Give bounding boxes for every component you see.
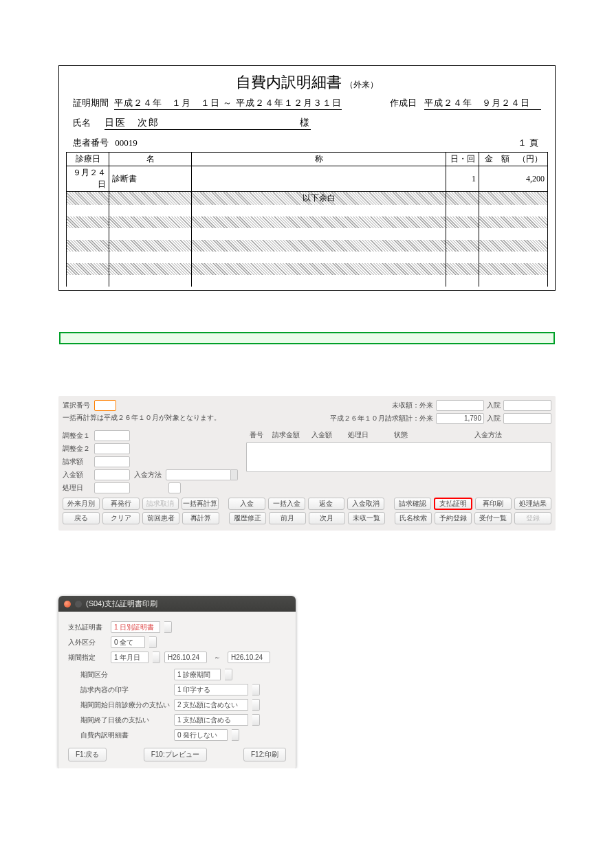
kikan-spinner[interactable] <box>225 669 232 680</box>
deposit-amount-label: 入金額 <box>63 470 90 480</box>
after-spinner[interactable] <box>252 714 260 726</box>
btn-prev-patient[interactable]: 前回患者 <box>142 512 179 524</box>
btn-cancel-deposit[interactable]: 入金取消 <box>347 498 384 510</box>
io-row: 入外区分 0 全て <box>68 636 286 648</box>
f12-print-button[interactable]: F12:印刷 <box>243 748 286 761</box>
btn-cancel-bill[interactable]: 請求取消 <box>142 498 179 510</box>
proc-date-label: 処理日 <box>63 483 90 493</box>
bill-amount-label: 請求額 <box>63 457 90 467</box>
btn-batch-deposit[interactable]: 一括入金 <box>268 498 305 510</box>
list-body[interactable] <box>246 442 551 472</box>
btn-prev-month[interactable]: 前月 <box>269 512 306 524</box>
btn-back[interactable]: 戻る <box>63 512 100 524</box>
period-row: 期間指定 1 年月日 H26.10.24 ～ H26.10.24 <box>68 652 286 663</box>
created-value: 平成２４年 ９月２４日 <box>424 97 541 110</box>
btn-name-search[interactable]: 氏名検索 <box>395 512 432 524</box>
print-combo[interactable]: 1 印字する <box>174 684 248 695</box>
list-header: 番号 請求金額 入金額 処理日 状態 入金方法 <box>246 430 551 440</box>
month-bill-inp-field[interactable] <box>503 413 551 424</box>
unpaid-outp-field[interactable] <box>436 400 484 411</box>
adj1-input[interactable] <box>94 430 130 441</box>
proc-date-input[interactable] <box>94 482 130 493</box>
before-combo[interactable]: 2 支払額に含めない <box>174 699 248 711</box>
panel-top: 選択番号 一括再計算は平成２６年１０月が対象となります。 未収額：外来 入院 平… <box>63 400 551 426</box>
minimize-icon[interactable] <box>75 601 82 608</box>
report-title: 自費内訳明細書 （外来） <box>66 72 548 93</box>
deposit-amount-input[interactable] <box>94 469 130 480</box>
kikan-label: 期間区分 <box>80 670 170 680</box>
adj2-label: 調整金２ <box>63 444 90 454</box>
btn-confirm-bill[interactable]: 請求確認 <box>394 498 431 510</box>
btn-reception-list[interactable]: 受付一覧 <box>474 512 512 524</box>
before-spinner[interactable] <box>252 699 260 711</box>
select-no-input[interactable] <box>94 400 116 411</box>
btn-reissue[interactable]: 再発行 <box>102 498 140 510</box>
col-desc: 称 <box>192 153 446 166</box>
btn-batch-recalc[interactable]: 一括再計算 <box>182 498 219 510</box>
btn-edit-history[interactable]: 履歴修正 <box>229 512 266 524</box>
date-from[interactable]: H26.10.24 <box>164 652 207 663</box>
method-spinner[interactable] <box>231 469 238 480</box>
blank-row <box>67 252 548 263</box>
period-spec-label: 期間指定 <box>68 653 107 663</box>
list-area: 番号 請求金額 入金額 処理日 状態 入金方法 <box>246 430 551 493</box>
title-main: 自費内訳明細書 <box>236 74 342 91</box>
btn-result[interactable]: 処理結果 <box>514 498 551 510</box>
btn-unpaid-list[interactable]: 未収一覧 <box>348 512 385 524</box>
btn-recalc[interactable]: 再計算 <box>182 512 219 524</box>
kikan-row: 期間区分 1 診療期間 <box>80 669 286 680</box>
btn-refund[interactable]: 返金 <box>308 498 345 510</box>
select-no-row: 選択番号 <box>63 400 221 411</box>
period-value: 平成２４年 １月 １日 ～ 平成２４年１２月３１日 <box>114 97 342 110</box>
after-row: 期間終了日後の支払い 1 支払額に含める <box>80 714 286 726</box>
panel-top-left: 選択番号 一括再計算は平成２６年１０月が対象となります。 <box>63 400 221 423</box>
hdr-status: 状態 <box>377 430 425 440</box>
adj2-input[interactable] <box>94 443 130 454</box>
btn-clear[interactable]: クリア <box>102 512 140 524</box>
io-spinner[interactable] <box>149 636 157 648</box>
btn-outp-monthly[interactable]: 外来月別 <box>63 498 100 510</box>
btn-register[interactable]: 登録 <box>514 512 551 524</box>
jihi-row: 自費内訳明細書 0 発行しない <box>80 729 286 741</box>
print-spinner[interactable] <box>252 684 260 695</box>
created-label: 作成日 <box>390 98 417 108</box>
method-combo[interactable] <box>166 469 231 480</box>
header-row: 証明期間 平成２４年 １月 １日 ～ 平成２４年１２月３１日 作成日 平成２４年… <box>66 97 548 110</box>
cell-date: ９月２４日 <box>67 166 109 192</box>
close-icon[interactable] <box>64 601 71 608</box>
f10-preview-button[interactable]: F10:プレビュー <box>144 748 207 761</box>
date-to[interactable]: H26.10.24 <box>228 652 270 663</box>
dialog-titlebar[interactable]: (S04)支払証明書印刷 <box>58 596 296 612</box>
hdr-procdate: 処理日 <box>339 430 377 440</box>
kikan-combo[interactable]: 1 診療期間 <box>174 669 221 680</box>
cert-combo[interactable]: 1 日別証明書 <box>111 621 160 633</box>
jihi-spinner[interactable] <box>232 729 239 741</box>
before-label: 期間開始日前診療分の支払い <box>80 700 170 710</box>
period-spinner[interactable] <box>153 652 160 663</box>
after-label: 期間終了日後の支払い <box>80 715 170 725</box>
proc-date-extra[interactable] <box>168 482 181 493</box>
btn-reprint[interactable]: 再印刷 <box>475 498 512 510</box>
report-document: 自費内訳明細書 （外来） 証明期間 平成２４年 １月 １日 ～ 平成２４年１２月… <box>58 65 556 291</box>
accounting-panel: 選択番号 一括再計算は平成２６年１０月が対象となります。 未収額：外来 入院 平… <box>58 396 556 531</box>
btn-payment-cert[interactable]: 支払証明 <box>434 498 472 510</box>
f1-back-button[interactable]: F1:戻る <box>68 748 107 761</box>
period-combo[interactable]: 1 年月日 <box>111 652 149 663</box>
col-date: 診療日 <box>67 153 109 166</box>
bill-amount-input[interactable] <box>94 456 130 467</box>
btn-reserve[interactable]: 予約登録 <box>435 512 472 524</box>
btn-deposit[interactable]: 入金 <box>228 498 265 510</box>
jihi-combo[interactable]: 0 発行しない <box>174 729 228 741</box>
btn-next-month[interactable]: 次月 <box>309 512 346 524</box>
month-bill-outp-field[interactable]: 1,790 <box>436 413 484 424</box>
button-row-1: 外来月別 再発行 請求取消 一括再計算 入金 一括入金 返金 入金取消 請求確認… <box>63 498 551 510</box>
patient-id-label: 患者番号 <box>73 137 109 148</box>
io-combo[interactable]: 0 全て <box>111 636 145 648</box>
select-no-label: 選択番号 <box>63 401 90 410</box>
unpaid-inp-field[interactable] <box>503 400 551 411</box>
unpaid-inp-label: 入院 <box>487 401 501 410</box>
name-row: 氏名 日医 次郎 様 <box>66 110 548 130</box>
tilde: ～ <box>214 653 221 663</box>
cert-spinner[interactable] <box>164 621 172 633</box>
after-combo[interactable]: 1 支払額に含める <box>174 714 248 726</box>
